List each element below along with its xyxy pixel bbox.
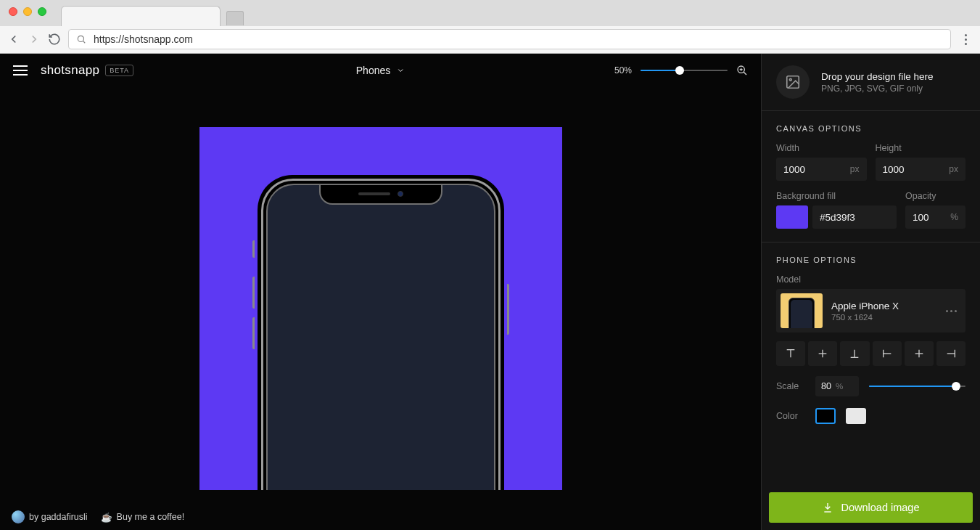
author-avatar-icon [12, 510, 25, 523]
color-option-black[interactable] [815, 408, 836, 424]
browser-nav-row: https://shotsnapp.com [0, 26, 980, 53]
opacity-unit: % [950, 212, 958, 222]
app-root: shotsnapp BETA Phones 50% [0, 54, 980, 530]
phone-power-button [507, 284, 509, 335]
height-unit: px [949, 164, 958, 174]
scale-input[interactable]: 80 % [815, 376, 859, 396]
alignment-buttons [776, 341, 965, 366]
color-row: Color [776, 408, 965, 424]
svg-line-3 [744, 72, 746, 75]
beta-badge: BETA [105, 65, 133, 76]
forward-button[interactable] [28, 33, 41, 46]
svg-line-1 [83, 41, 85, 44]
color-label: Color [776, 411, 805, 421]
zoom-in-icon[interactable] [736, 65, 748, 76]
drop-title: Drop your design file here [821, 71, 934, 82]
width-value[interactable] [783, 164, 850, 175]
height-label: Height [876, 143, 966, 153]
new-tab-button[interactable] [226, 11, 244, 25]
browser-tab-row [0, 0, 980, 26]
main-area: shotsnapp BETA Phones 50% [0, 54, 761, 530]
opacity-label: Opacity [905, 191, 965, 201]
height-input[interactable]: px [876, 158, 966, 181]
browser-tab[interactable] [61, 6, 221, 26]
secure-icon [76, 34, 86, 44]
scale-unit: % [836, 382, 843, 391]
model-thumbnail [781, 293, 823, 328]
author-link[interactable]: by gaddafirusli [12, 510, 88, 523]
model-label: Model [776, 274, 965, 285]
opacity-value[interactable] [913, 212, 950, 223]
bgfill-label: Background fill [776, 191, 897, 201]
color-option-white[interactable] [846, 408, 866, 424]
align-vcenter-button[interactable] [808, 341, 837, 366]
phone-options-section: PHONE OPTIONS Model Apple iPhone X 750 x… [762, 242, 980, 437]
phone-volume-down [252, 317, 255, 349]
chevron-down-icon [396, 66, 405, 75]
reload-button[interactable] [48, 33, 61, 46]
bgfill-hex-value[interactable] [820, 212, 889, 223]
canvas-options-section: CANVAS OPTIONS Width px Height px [762, 111, 980, 242]
browser-chrome: https://shotsnapp.com [0, 0, 980, 54]
author-text: by gaddafirusli [29, 512, 88, 522]
category-dropdown[interactable]: Phones [356, 65, 405, 76]
align-left-button[interactable] [873, 341, 902, 366]
drop-subtitle: PNG, JPG, SVG, GIF only [821, 83, 934, 94]
options-sidebar: Drop your design file here PNG, JPG, SVG… [761, 54, 980, 530]
align-bottom-button[interactable] [840, 341, 869, 366]
window-close-button[interactable] [9, 7, 17, 16]
bgfill-hex-input[interactable] [812, 205, 897, 229]
phone-mockup[interactable] [258, 175, 504, 490]
phone-volume-up [252, 277, 255, 309]
window-maximize-button[interactable] [38, 7, 46, 16]
svg-point-0 [78, 36, 83, 42]
zoom-slider[interactable] [641, 69, 728, 72]
model-name: Apple iPhone X [831, 301, 899, 311]
align-top-button[interactable] [776, 341, 805, 366]
height-value[interactable] [883, 164, 950, 175]
window-minimize-button[interactable] [23, 7, 32, 16]
download-button[interactable]: Download image [769, 492, 973, 523]
scale-label: Scale [776, 381, 805, 391]
width-unit: px [850, 164, 860, 174]
phone-notch [319, 184, 442, 205]
window-controls [9, 7, 46, 16]
url-text: https://shotsnapp.com [94, 33, 193, 45]
model-selector[interactable]: Apple iPhone X 750 x 1624 [776, 289, 965, 333]
menu-button[interactable] [13, 65, 28, 76]
brand-name: shotsnapp [41, 63, 99, 78]
back-button[interactable] [7, 33, 20, 46]
width-input[interactable]: px [776, 158, 867, 181]
zoom-value: 50% [614, 65, 632, 76]
phone-mute-switch [252, 240, 255, 258]
scale-row: Scale 80 % [776, 376, 965, 396]
bgfill-swatch[interactable] [776, 205, 808, 229]
align-hcenter-button[interactable] [905, 341, 934, 366]
scale-slider[interactable] [869, 385, 965, 388]
category-label: Phones [356, 65, 390, 76]
canvas-background [199, 127, 562, 490]
coffee-text: Buy me a coffee! [117, 512, 185, 522]
url-bar[interactable]: https://shotsnapp.com [68, 29, 951, 49]
width-label: Width [776, 143, 867, 153]
align-right-button[interactable] [936, 341, 965, 366]
coffee-link[interactable]: ☕ Buy me a coffee! [101, 512, 185, 523]
camera-icon [398, 191, 403, 197]
top-bar: shotsnapp BETA Phones 50% [0, 54, 761, 87]
download-label: Download image [841, 502, 919, 513]
footer: by gaddafirusli ☕ Buy me a coffee! [0, 504, 196, 530]
model-dimensions: 750 x 1624 [831, 313, 899, 322]
canvas-section-title: CANVAS OPTIONS [776, 124, 965, 133]
svg-point-7 [789, 78, 791, 81]
phone-section-title: PHONE OPTIONS [776, 256, 965, 264]
coffee-icon: ☕ [101, 512, 112, 523]
download-icon [822, 502, 833, 513]
drop-zone[interactable]: Drop your design file here PNG, JPG, SVG… [762, 54, 980, 111]
browser-more-button[interactable] [958, 31, 973, 48]
image-icon [776, 65, 810, 99]
scale-value: 80 [821, 381, 831, 391]
model-more-icon[interactable] [946, 310, 957, 312]
opacity-input[interactable]: % [905, 205, 965, 229]
canvas-viewport[interactable] [0, 87, 761, 530]
speaker-icon [358, 192, 390, 195]
